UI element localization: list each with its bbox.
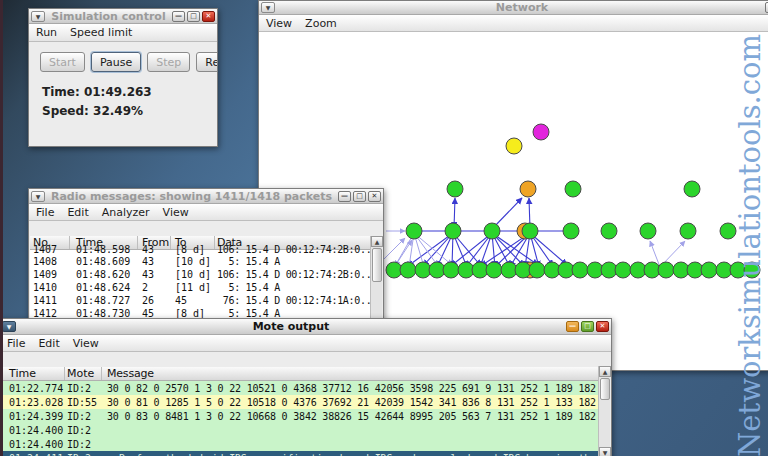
mote-output-row-selected[interactable]: 01:24.411ID:2 Perform the hybrid IDS, sp… (1, 451, 610, 456)
menu-item-view[interactable]: View (163, 206, 189, 219)
network-node[interactable] (447, 181, 463, 197)
menu-item-file[interactable]: File (36, 206, 54, 219)
radio-packet-row[interactable]: 141001:48.6242[11 d] 5: 15.4 A (30, 281, 382, 294)
close-button[interactable]: ✕ (596, 321, 609, 332)
mote-output-row[interactable]: 01:24.400ID:2 (1, 437, 610, 451)
network-node[interactable] (744, 262, 760, 278)
network-node[interactable] (529, 262, 545, 278)
network-node[interactable] (680, 223, 696, 239)
cell-mote: ID:2 (65, 383, 102, 394)
network-node[interactable] (406, 223, 422, 239)
desktop: ▼ Network — ViewZoom ▼ (0, 0, 768, 456)
menu-item-view[interactable]: View (266, 17, 292, 30)
maximize-button[interactable]: □ (353, 191, 366, 202)
cell-time: 01:48.727 (70, 295, 138, 306)
network-node[interactable] (484, 223, 500, 239)
pause-button[interactable]: Pause (91, 52, 141, 72)
column-header-time[interactable]: Time (1, 367, 65, 380)
minimize-button[interactable]: — (172, 11, 185, 22)
mote-output-menubar: FileEditView (0, 335, 611, 352)
step-button[interactable]: Step (147, 52, 190, 72)
cell-no: 1409 (30, 269, 70, 280)
menu-item-edit[interactable]: Edit (67, 206, 88, 219)
menu-item-view[interactable]: View (73, 337, 99, 350)
cell-mote: ID:2 (65, 439, 102, 450)
radio-packet-row[interactable]: 140701:48.59843[8 d]106: 15.4 D 00:12:74… (30, 250, 382, 255)
cell-time: 01:48.598 (70, 244, 138, 255)
cell-to: [10 d] (171, 269, 215, 280)
menu-item-run[interactable]: Run (36, 26, 57, 39)
reload-button[interactable]: Reload (196, 52, 218, 72)
network-node[interactable] (658, 262, 674, 278)
window-menu-dropdown-icon[interactable]: ▼ (2, 321, 16, 332)
network-node[interactable] (615, 262, 631, 278)
network-node[interactable] (601, 223, 617, 239)
start-button[interactable]: Start (40, 52, 85, 72)
window-menu-dropdown-icon[interactable]: ▼ (31, 11, 45, 22)
minimize-button[interactable]: — (338, 191, 351, 202)
network-node[interactable] (506, 138, 522, 154)
simulation-control-title: Simulation control (47, 10, 170, 23)
simulation-control-window: ▼ Simulation control — □ ✕ RunSpeed limi… (28, 8, 218, 147)
cell-time: 01:48.620 (70, 269, 138, 280)
network-node[interactable] (565, 181, 581, 197)
network-window-title: Network (277, 1, 767, 14)
scroll-up-icon[interactable]: ▲ (599, 366, 611, 377)
network-node[interactable] (400, 262, 416, 278)
cell-from: 26 (138, 295, 171, 306)
mote-output-title: Mote output (18, 320, 564, 333)
network-node[interactable] (640, 223, 656, 239)
close-button[interactable]: ✕ (202, 11, 215, 22)
maximize-button[interactable]: □ (581, 321, 594, 332)
mote-scrollbar[interactable]: ▲ ▼ (598, 366, 610, 456)
network-node[interactable] (684, 181, 700, 197)
scrollbar-thumb[interactable] (600, 378, 610, 400)
window-menu-dropdown-icon[interactable]: ▼ (261, 2, 275, 13)
menu-item-file[interactable]: File (7, 337, 25, 350)
window-menu-dropdown-icon[interactable]: ▼ (31, 191, 45, 202)
cell-from: 43 (138, 244, 171, 255)
network-node[interactable] (533, 124, 549, 140)
menu-item-zoom[interactable]: Zoom (305, 17, 337, 30)
scroll-up-icon[interactable]: ▲ (371, 236, 383, 247)
cell-data: 106: 15.4 D 00:12:74:2B:0... (215, 244, 382, 255)
cell-time: 01:24.399 (1, 411, 65, 422)
close-button[interactable]: ✕ (368, 191, 381, 202)
menu-item-edit[interactable]: Edit (38, 337, 59, 350)
simulation-control-titlebar[interactable]: ▼ Simulation control — □ ✕ (29, 9, 217, 24)
simulation-speed-label: Speed: 32.49% (42, 104, 217, 118)
menu-item-analyzer[interactable]: Analyzer (102, 206, 150, 219)
scroll-down-icon[interactable]: ▼ (599, 447, 611, 456)
menu-item-speed-limit[interactable]: Speed limit (70, 26, 132, 39)
network-titlebar[interactable]: ▼ Network — (259, 1, 768, 15)
radio-packet-row[interactable]: 141101:48.7272645 76: 15.4 D 00:12:74:1A… (30, 294, 382, 307)
network-node[interactable] (520, 181, 536, 197)
mote-output-row[interactable]: 01:24.399ID:230 0 83 0 8481 1 3 0 22 106… (1, 409, 610, 423)
radio-packet-row[interactable]: 140901:48.62043[10 d]106: 15.4 D 00:12:7… (30, 268, 382, 281)
mote-output-row[interactable]: 01:23.028ID:5530 0 81 0 1285 1 5 0 22 10… (1, 395, 610, 409)
scrollbar-thumb[interactable] (372, 248, 382, 282)
mote-output-row[interactable]: 01:24.400ID:2 (1, 423, 610, 437)
network-node[interactable] (522, 223, 538, 239)
mote-output-row[interactable]: 01:22.774ID:230 0 82 0 2570 1 3 0 22 105… (1, 381, 610, 395)
mote-table-body: 01:22.774ID:230 0 82 0 2570 1 3 0 22 105… (1, 381, 610, 456)
column-header-message[interactable]: Message (102, 367, 610, 380)
mote-output-titlebar[interactable]: ▼ Mote output — □ ✕ (0, 319, 611, 335)
column-header-mote[interactable]: Mote (65, 367, 102, 380)
mote-table-header[interactable]: TimeMoteMessage (1, 367, 610, 381)
network-node[interactable] (572, 262, 588, 278)
radio-messages-titlebar[interactable]: ▼ Radio messages: showing 1411/1418 pack… (29, 189, 383, 204)
cell-from: 2 (138, 282, 171, 293)
cell-msg: 30 0 83 0 8481 1 3 0 22 10668 0 3842 388… (102, 411, 610, 422)
network-node[interactable] (701, 262, 717, 278)
network-node[interactable] (720, 223, 736, 239)
network-node[interactable] (443, 262, 459, 278)
network-node[interactable] (445, 223, 461, 239)
cell-to: [8 d] (171, 244, 215, 255)
screen-edge-strip (0, 0, 3, 456)
network-node[interactable] (486, 262, 502, 278)
minimize-button[interactable]: — (566, 321, 579, 332)
network-node[interactable] (563, 223, 579, 239)
radio-packet-row[interactable]: 140801:48.60943[10 d] 5: 15.4 A (30, 255, 382, 268)
maximize-button[interactable]: □ (187, 11, 200, 22)
